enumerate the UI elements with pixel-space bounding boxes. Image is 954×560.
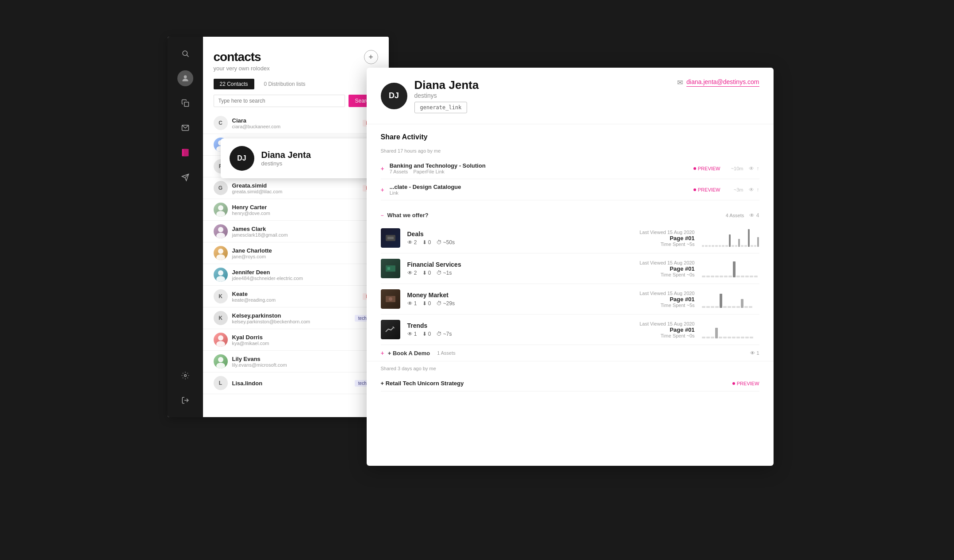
doc-thumbnail-money: [381, 289, 400, 309]
doc-info-trends: Trends 👁 1 ⬇ 0 ⏱ ~7s: [407, 322, 599, 337]
contacts-main: contacts your very own rolodex + 22 Cont…: [203, 37, 389, 417]
contact-item-james[interactable]: James Clark jamesclark18@gmail.com: [203, 221, 389, 242]
preview-dot-1: [693, 167, 696, 170]
doc-row-deals: Deals 👁 2 ⬇ 0 ⏱ ~50s Last Viewed 15 Aug …: [381, 223, 759, 253]
contact-item-lisa[interactable]: L Lisa.lindon tech/link: [203, 372, 389, 394]
doc-chart-trends: [702, 321, 759, 338]
doc-stat-time-fin: ⏱ ~1s: [437, 270, 452, 276]
preview-button-1[interactable]: PREVIEW: [693, 166, 720, 171]
eye-icon-1: 👁: [749, 165, 754, 172]
svg-point-19: [218, 270, 223, 276]
add-contact-button[interactable]: +: [364, 50, 378, 64]
contact-email-lily: lily.evans@microsoft.com: [232, 362, 378, 368]
book-demo-assets: 1 Assets: [437, 350, 456, 356]
contact-item-henry[interactable]: Henry Carter henry@dove.com: [203, 199, 389, 221]
book-demo-plus-icon: +: [381, 349, 384, 357]
contact-item-greata[interactable]: G Greata.simid greata.simid@lilac.com le…: [203, 177, 389, 199]
eye-icon-2: 👁: [749, 187, 754, 193]
contact-avatar-lisa: L: [214, 376, 228, 390]
share-icon-2: ↑: [757, 187, 759, 193]
doc-stats-trends: 👁 1 ⬇ 0 ⏱ ~7s: [407, 331, 599, 337]
doc-title-financial: Financial Services: [407, 261, 599, 268]
doc-stats-financial: 👁 2 ⬇ 0 ⏱ ~1s: [407, 270, 599, 276]
activity-plus-icon-2: +: [381, 186, 384, 193]
contact-email-greata: greata.simid@lilac.com: [232, 189, 358, 194]
share-icon-1: ↑: [757, 165, 759, 172]
sidebar-icon-settings[interactable]: [177, 368, 193, 384]
svg-point-30: [389, 297, 392, 301]
contact-info-lily: Lily Evans lily.evans@microsoft.com: [232, 356, 378, 368]
front-name: Diana Jenta: [414, 78, 479, 92]
contact-info-jennifer: Jennifer Deen jdee484@schneider-electric…: [232, 269, 378, 281]
doc-info-money: Money Market 👁 1 ⬇ 0 ⏱ ~29s: [407, 292, 599, 307]
preview-button-3[interactable]: PREVIEW: [732, 381, 759, 386]
book-demo-eye: 👁 1: [750, 350, 759, 356]
contact-avatar-james: [214, 224, 228, 238]
diana-avatar: DJ: [230, 146, 254, 171]
contact-item-kelsey[interactable]: K Kelsey.parkinston kelsey.parkinston@be…: [203, 307, 389, 329]
contact-email-kyal: kya@mikael.com: [232, 341, 378, 346]
front-panel: DJ Diana Jenta destinys generate_link ✉ …: [367, 68, 774, 466]
contacts-subtitle: your very own rolodex: [214, 65, 270, 72]
preview-dot-2: [693, 188, 696, 191]
sidebar-icon-inbox[interactable]: [177, 120, 193, 136]
sidebar-icon-logout[interactable]: [177, 392, 193, 408]
book-a-demo-section: + + Book A Demo 1 Assets 👁 1: [367, 345, 774, 361]
contacts-header: contacts your very own rolodex +: [203, 37, 389, 79]
section-assets-1: 4 Assets 👁 4: [726, 212, 759, 219]
preview-button-2[interactable]: PREVIEW: [693, 187, 720, 192]
doc-stat-views: 👁 2: [407, 239, 417, 245]
doc-stat-views-fin: 👁 2: [407, 270, 417, 276]
svg-point-14: [216, 211, 225, 217]
contact-info-jane: Jane Charlotte jane@roys.com: [232, 247, 378, 259]
section-toggle-icon: −: [381, 212, 384, 219]
doc-title-trends: Trends: [407, 322, 599, 329]
activity-row-3: + Retail Tech Unicorn Strategy PREVIEW: [381, 376, 759, 391]
front-generate-link-button[interactable]: generate_link: [414, 102, 467, 113]
contact-email-keate: keate@reading.com: [232, 297, 358, 303]
activity-icons-2: 👁 ↑: [749, 187, 759, 193]
tab-contacts[interactable]: 22 Contacts: [214, 79, 254, 89]
contact-name-greata: Greata.simid: [232, 182, 358, 189]
contact-item-ciara[interactable]: C Ciara ciara@buckaneer.com lead: [203, 112, 389, 134]
contacts-panel: contacts your very own rolodex + 22 Cont…: [168, 37, 389, 417]
activity-icons-1: 👁 ↑: [749, 165, 759, 172]
diana-name: Diana Jenta: [261, 150, 381, 160]
contact-name-henry: Henry Carter: [232, 204, 378, 211]
contact-email-ciara: ciara@buckaneer.com: [232, 124, 358, 129]
sidebar-icon-send[interactable]: [177, 169, 193, 185]
contact-item-kyal[interactable]: Kyal Dorris kya@mikael.com: [203, 329, 389, 351]
sidebar-icon-copy[interactable]: [177, 95, 193, 111]
contact-avatar-henry: [214, 203, 228, 217]
doc-chart-money: [702, 290, 759, 308]
contact-item-jennifer[interactable]: Jennifer Deen jdee484@schneider-electric…: [203, 264, 389, 286]
svg-point-21: [218, 335, 223, 341]
contact-info-kelsey: Kelsey.parkinston kelsey.parkinston@beck…: [232, 312, 350, 324]
contact-item-keate[interactable]: K Keate keate@reading.com lead: [203, 286, 389, 307]
svg-rect-3: [184, 102, 188, 107]
doc-section-header-1[interactable]: − What we offer? 4 Assets 👁 4: [381, 207, 759, 223]
sidebar: [168, 37, 203, 417]
contacts-title: contacts: [214, 50, 270, 64]
activity-time-1: ~10m: [726, 166, 743, 171]
activity-row-1: + Banking and Technology - Solution 7 As…: [381, 158, 759, 179]
sidebar-icon-search[interactable]: [177, 46, 193, 61]
search-input[interactable]: [214, 95, 345, 107]
sidebar-avatar[interactable]: [177, 70, 193, 86]
contact-item-jane[interactable]: Jane Charlotte jane@roys.com: [203, 242, 389, 264]
contact-avatar-lily: [214, 354, 228, 368]
contact-info-james: James Clark jamesclark18@gmail.com: [232, 226, 378, 238]
last-viewed-page-deals: Page #01: [606, 235, 695, 242]
contact-item-lily[interactable]: Lily Evans lily.evans@microsoft.com: [203, 351, 389, 372]
contact-avatar-ciara: C: [214, 116, 228, 130]
contact-info-ciara: Ciara ciara@buckaneer.com: [232, 117, 358, 129]
sidebar-icon-book[interactable]: [177, 145, 193, 161]
activity-group-1: Shared 17 hours ago by me + Banking and …: [381, 148, 759, 200]
contact-name-jane: Jane Charlotte: [232, 247, 378, 254]
tab-distribution[interactable]: 0 Distribution lists: [258, 79, 312, 89]
front-contact-info: DJ Diana Jenta destinys generate_link: [381, 78, 479, 113]
diana-info: Diana Jenta destinys: [261, 150, 381, 167]
doc-thumbnail-financial: [381, 259, 400, 278]
last-viewed-label-deals: Last Viewed 15 Aug 2020: [606, 230, 695, 235]
doc-last-viewed-deals: Last Viewed 15 Aug 2020 Page #01 Time Sp…: [606, 230, 695, 247]
